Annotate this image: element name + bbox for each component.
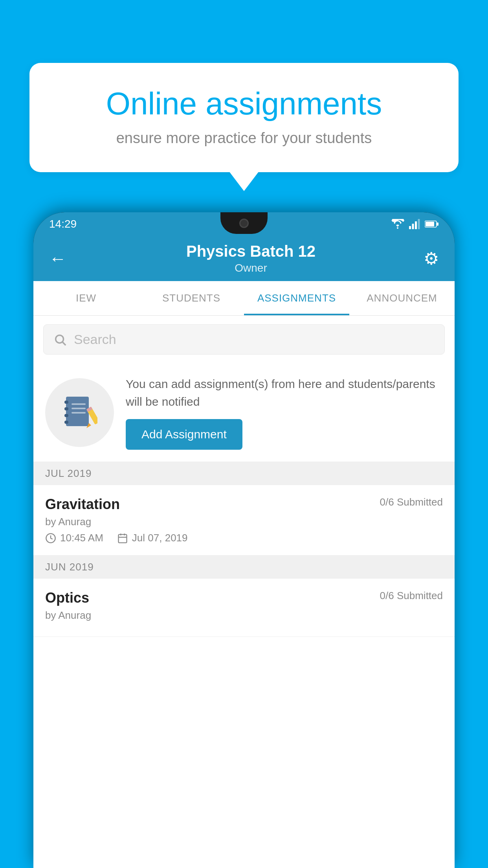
tabs-bar: IEW STUDENTS ASSIGNMENTS ANNOUNCEM	[33, 281, 455, 316]
phone-outer: 14:29	[33, 212, 455, 868]
speech-bubble-subtitle: ensure more practice for your students	[57, 130, 431, 147]
signal-icon	[409, 219, 420, 229]
speech-bubble-title: Online assignments	[57, 86, 431, 121]
svg-rect-16	[72, 412, 86, 414]
svg-rect-6	[437, 223, 438, 226]
clock-icon	[45, 533, 56, 544]
svg-rect-9	[66, 397, 89, 426]
svg-rect-14	[72, 403, 86, 405]
svg-rect-5	[426, 222, 434, 226]
tab-students[interactable]: STUDENTS	[139, 281, 244, 315]
assignment-item-header: Gravitation 0/6 Submitted	[45, 496, 443, 513]
notebook-icon	[62, 395, 97, 430]
tab-assignments[interactable]: ASSIGNMENTS	[244, 281, 349, 315]
assignment-submitted: 0/6 Submitted	[380, 496, 443, 508]
app-bar-subtitle: Owner	[78, 262, 424, 274]
svg-line-8	[62, 342, 66, 345]
assignment-item-gravitation[interactable]: Gravitation 0/6 Submitted by Anurag 10:4…	[33, 485, 455, 555]
svg-rect-3	[418, 219, 420, 229]
add-assignment-card: You can add assignment(s) from here and …	[33, 363, 455, 462]
svg-point-7	[56, 335, 64, 343]
search-icon	[53, 333, 67, 346]
assignment-icon-circle	[45, 378, 114, 447]
assignment-name-optics: Optics	[45, 590, 89, 606]
speech-bubble: Online assignments ensure more practice …	[29, 63, 459, 172]
svg-rect-0	[409, 226, 411, 229]
month-separator-jun: JUN 2019	[33, 555, 455, 579]
app-bar-title-section: Physics Batch 12 Owner	[78, 243, 424, 274]
app-bar-title: Physics Batch 12	[78, 243, 424, 260]
settings-button[interactable]: ⚙	[424, 248, 439, 268]
assignment-item-header-optics: Optics 0/6 Submitted	[45, 590, 443, 606]
status-time: 14:29	[49, 218, 77, 230]
status-bar: 14:29	[33, 212, 455, 236]
svg-rect-1	[412, 224, 414, 229]
svg-rect-2	[415, 221, 417, 229]
svg-rect-11	[64, 407, 68, 410]
front-camera	[239, 219, 249, 228]
add-assignment-description: You can add assignment(s) from here and …	[126, 375, 443, 410]
svg-rect-12	[64, 414, 68, 417]
assignment-meta: 10:45 AM Jul 07, 2019	[45, 532, 443, 544]
assignment-author: by Anurag	[45, 516, 443, 528]
calendar-icon	[117, 533, 128, 544]
assignment-date: Jul 07, 2019	[117, 532, 188, 544]
notch	[220, 212, 268, 234]
search-input-placeholder: Search	[74, 332, 116, 347]
svg-rect-15	[72, 408, 86, 409]
add-assignment-content: You can add assignment(s) from here and …	[126, 375, 443, 450]
search-bar[interactable]: Search	[43, 324, 445, 355]
battery-icon	[425, 220, 439, 228]
month-separator-jul: JUL 2019	[33, 462, 455, 485]
tab-announcements[interactable]: ANNOUNCEM	[349, 281, 455, 315]
assignment-author-optics: by Anurag	[45, 609, 443, 622]
phone-screen: IEW STUDENTS ASSIGNMENTS ANNOUNCEM	[33, 281, 455, 868]
assignment-time: 10:45 AM	[45, 532, 103, 544]
phone-container: 14:29	[33, 212, 455, 868]
svg-rect-13	[64, 421, 68, 424]
assignment-item-optics[interactable]: Optics 0/6 Submitted by Anurag	[33, 579, 455, 637]
svg-rect-21	[118, 534, 127, 542]
status-icons	[391, 219, 439, 229]
svg-rect-10	[64, 401, 68, 404]
speech-bubble-container: Online assignments ensure more practice …	[29, 63, 459, 172]
add-assignment-button[interactable]: Add Assignment	[126, 419, 242, 450]
tab-iew[interactable]: IEW	[33, 281, 139, 315]
back-button[interactable]: ←	[49, 249, 66, 268]
search-container: Search	[33, 316, 455, 363]
assignment-submitted-optics: 0/6 Submitted	[380, 590, 443, 602]
wifi-icon	[391, 219, 404, 229]
app-bar: ← Physics Batch 12 Owner ⚙	[33, 236, 455, 281]
assignment-name: Gravitation	[45, 496, 120, 513]
